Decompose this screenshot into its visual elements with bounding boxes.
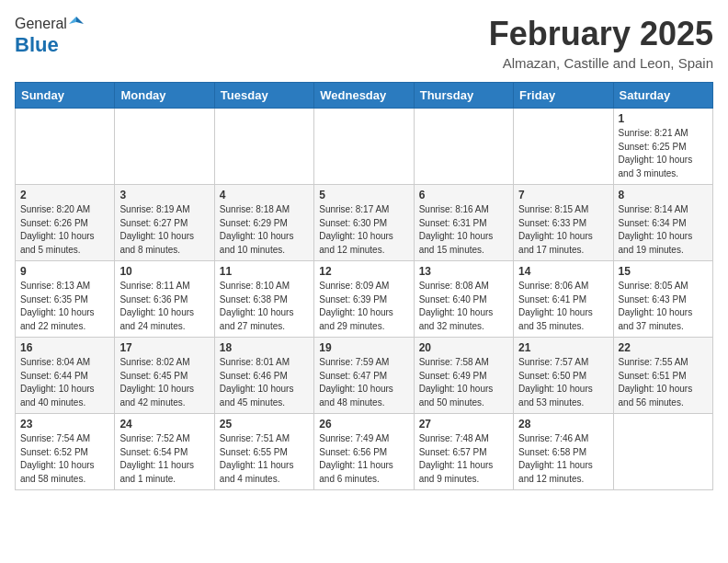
day-info: Sunrise: 8:15 AM Sunset: 6:33 PM Dayligh…	[518, 203, 608, 257]
calendar-day-cell	[613, 414, 712, 490]
calendar-day-cell: 3Sunrise: 8:19 AM Sunset: 6:27 PM Daylig…	[115, 185, 214, 261]
day-info: Sunrise: 7:54 AM Sunset: 6:52 PM Dayligh…	[20, 432, 109, 486]
day-info: Sunrise: 8:16 AM Sunset: 6:31 PM Dayligh…	[419, 203, 508, 257]
day-number: 25	[220, 418, 309, 431]
day-info: Sunrise: 8:20 AM Sunset: 6:26 PM Dayligh…	[20, 203, 109, 257]
calendar-day-cell: 6Sunrise: 8:16 AM Sunset: 6:31 PM Daylig…	[414, 185, 513, 261]
day-number: 11	[220, 265, 309, 278]
calendar-header-row: SundayMondayTuesdayWednesdayThursdayFrid…	[16, 83, 713, 109]
calendar-day-cell: 5Sunrise: 8:17 AM Sunset: 6:30 PM Daylig…	[314, 185, 414, 261]
calendar-day-cell: 20Sunrise: 7:58 AM Sunset: 6:49 PM Dayli…	[414, 338, 513, 414]
day-number: 7	[518, 189, 608, 201]
day-number: 9	[20, 265, 109, 278]
logo-general-text: General	[15, 16, 67, 32]
day-number: 18	[220, 341, 309, 354]
calendar-day-cell: 17Sunrise: 8:02 AM Sunset: 6:45 PM Dayli…	[115, 338, 214, 414]
day-number: 4	[220, 189, 309, 201]
day-info: Sunrise: 8:18 AM Sunset: 6:29 PM Dayligh…	[220, 203, 309, 257]
day-info: Sunrise: 8:17 AM Sunset: 6:30 PM Dayligh…	[319, 203, 408, 257]
day-number: 8	[619, 189, 708, 201]
calendar-week-row: 23Sunrise: 7:54 AM Sunset: 6:52 PM Dayli…	[16, 414, 713, 490]
calendar-day-cell: 10Sunrise: 8:11 AM Sunset: 6:36 PM Dayli…	[115, 261, 214, 338]
calendar-day-cell: 21Sunrise: 7:57 AM Sunset: 6:50 PM Dayli…	[514, 338, 613, 414]
logo-blue-text: Blue	[15, 33, 59, 57]
calendar-day-cell: 25Sunrise: 7:51 AM Sunset: 6:55 PM Dayli…	[214, 414, 313, 490]
calendar-day-header: Wednesday	[314, 83, 414, 109]
day-number: 26	[319, 418, 408, 431]
calendar-day-cell: 2Sunrise: 8:20 AM Sunset: 6:26 PM Daylig…	[16, 185, 115, 261]
page-header: General Blue February 2025 Almazan, Cast…	[15, 15, 713, 71]
calendar-day-cell: 1Sunrise: 8:21 AM Sunset: 6:25 PM Daylig…	[613, 109, 712, 185]
day-number: 19	[319, 341, 408, 354]
day-info: Sunrise: 8:09 AM Sunset: 6:39 PM Dayligh…	[319, 280, 408, 333]
day-info: Sunrise: 7:46 AM Sunset: 6:58 PM Dayligh…	[518, 432, 608, 486]
svg-marker-1	[69, 17, 76, 24]
calendar-day-cell: 7Sunrise: 8:15 AM Sunset: 6:33 PM Daylig…	[514, 185, 613, 261]
day-number: 17	[119, 341, 209, 354]
logo: General Blue	[15, 15, 84, 57]
day-info: Sunrise: 7:49 AM Sunset: 6:56 PM Dayligh…	[319, 432, 408, 486]
day-info: Sunrise: 8:11 AM Sunset: 6:36 PM Dayligh…	[119, 280, 209, 333]
day-number: 27	[419, 418, 508, 431]
day-info: Sunrise: 7:59 AM Sunset: 6:47 PM Dayligh…	[319, 356, 408, 409]
calendar-week-row: 9Sunrise: 8:13 AM Sunset: 6:35 PM Daylig…	[16, 261, 713, 338]
day-info: Sunrise: 8:13 AM Sunset: 6:35 PM Dayligh…	[20, 280, 109, 333]
calendar-day-cell	[214, 109, 313, 185]
day-number: 28	[518, 418, 608, 431]
day-info: Sunrise: 7:48 AM Sunset: 6:57 PM Dayligh…	[419, 432, 508, 486]
day-number: 10	[119, 265, 209, 278]
day-number: 13	[419, 265, 508, 278]
day-number: 23	[20, 418, 109, 431]
calendar-day-cell: 28Sunrise: 7:46 AM Sunset: 6:58 PM Dayli…	[514, 414, 613, 490]
day-number: 12	[319, 265, 408, 278]
calendar-day-cell: 12Sunrise: 8:09 AM Sunset: 6:39 PM Dayli…	[314, 261, 414, 338]
calendar-day-cell	[514, 109, 613, 185]
day-info: Sunrise: 8:19 AM Sunset: 6:27 PM Dayligh…	[119, 203, 209, 257]
calendar-day-cell: 19Sunrise: 7:59 AM Sunset: 6:47 PM Dayli…	[314, 338, 414, 414]
calendar-day-cell: 22Sunrise: 7:55 AM Sunset: 6:51 PM Dayli…	[613, 338, 712, 414]
day-info: Sunrise: 8:05 AM Sunset: 6:43 PM Dayligh…	[619, 280, 708, 333]
logo-bird-icon	[69, 15, 84, 29]
title-block: February 2025 Almazan, Castille and Leon…	[489, 15, 713, 71]
day-number: 24	[119, 418, 209, 431]
day-number: 3	[119, 189, 209, 201]
day-number: 2	[20, 189, 109, 201]
calendar-table: SundayMondayTuesdayWednesdayThursdayFrid…	[15, 82, 713, 490]
calendar-day-cell	[314, 109, 414, 185]
day-info: Sunrise: 8:21 AM Sunset: 6:25 PM Dayligh…	[619, 127, 708, 180]
day-info: Sunrise: 7:52 AM Sunset: 6:54 PM Dayligh…	[119, 432, 209, 486]
day-number: 1	[619, 112, 708, 125]
month-title: February 2025	[489, 15, 713, 53]
day-info: Sunrise: 7:57 AM Sunset: 6:50 PM Dayligh…	[518, 356, 608, 409]
calendar-day-cell	[16, 109, 115, 185]
calendar-day-cell: 16Sunrise: 8:04 AM Sunset: 6:44 PM Dayli…	[16, 338, 115, 414]
day-info: Sunrise: 7:58 AM Sunset: 6:49 PM Dayligh…	[419, 356, 508, 409]
day-info: Sunrise: 7:51 AM Sunset: 6:55 PM Dayligh…	[220, 432, 309, 486]
calendar-day-cell: 14Sunrise: 8:06 AM Sunset: 6:41 PM Dayli…	[514, 261, 613, 338]
day-info: Sunrise: 8:02 AM Sunset: 6:45 PM Dayligh…	[119, 356, 209, 409]
calendar-day-cell: 23Sunrise: 7:54 AM Sunset: 6:52 PM Dayli…	[16, 414, 115, 490]
day-info: Sunrise: 7:55 AM Sunset: 6:51 PM Dayligh…	[619, 356, 708, 409]
calendar-week-row: 16Sunrise: 8:04 AM Sunset: 6:44 PM Dayli…	[16, 338, 713, 414]
day-number: 22	[619, 341, 708, 354]
calendar-day-cell: 11Sunrise: 8:10 AM Sunset: 6:38 PM Dayli…	[214, 261, 313, 338]
calendar-day-cell: 26Sunrise: 7:49 AM Sunset: 6:56 PM Dayli…	[314, 414, 414, 490]
calendar-day-header: Friday	[514, 83, 613, 109]
calendar-week-row: 1Sunrise: 8:21 AM Sunset: 6:25 PM Daylig…	[16, 109, 713, 185]
location-title: Almazan, Castille and Leon, Spain	[489, 55, 713, 71]
svg-marker-0	[76, 17, 84, 24]
day-number: 21	[518, 341, 608, 354]
day-info: Sunrise: 8:04 AM Sunset: 6:44 PM Dayligh…	[20, 356, 109, 409]
calendar-day-header: Saturday	[613, 83, 712, 109]
calendar-day-cell	[414, 109, 513, 185]
day-number: 15	[619, 265, 708, 278]
calendar-day-cell	[115, 109, 214, 185]
day-info: Sunrise: 8:01 AM Sunset: 6:46 PM Dayligh…	[220, 356, 309, 409]
calendar-day-cell: 13Sunrise: 8:08 AM Sunset: 6:40 PM Dayli…	[414, 261, 513, 338]
calendar-day-cell: 8Sunrise: 8:14 AM Sunset: 6:34 PM Daylig…	[613, 185, 712, 261]
day-number: 16	[20, 341, 109, 354]
day-number: 20	[419, 341, 508, 354]
calendar-day-cell: 27Sunrise: 7:48 AM Sunset: 6:57 PM Dayli…	[414, 414, 513, 490]
calendar-week-row: 2Sunrise: 8:20 AM Sunset: 6:26 PM Daylig…	[16, 185, 713, 261]
calendar-day-header: Tuesday	[214, 83, 313, 109]
